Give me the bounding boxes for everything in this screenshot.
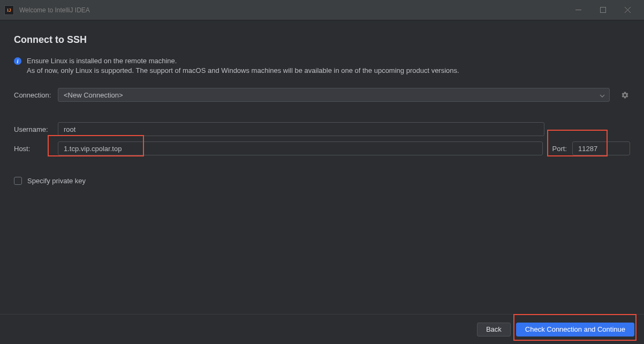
host-label: Host: [14, 145, 52, 153]
specify-private-key-checkbox[interactable] [14, 177, 22, 185]
username-label: Username: [14, 125, 52, 133]
connection-select[interactable]: <New Connection> [58, 88, 610, 102]
check-connection-button[interactable]: Check Connection and Continue [516, 323, 634, 336]
port-label: Port: [548, 145, 567, 153]
username-row: Username: [14, 122, 630, 136]
minimize-button[interactable] [566, 0, 590, 20]
port-input[interactable] [572, 141, 630, 155]
titlebar: IJ Welcome to IntelliJ IDEA [0, 0, 644, 20]
info-banner: i Ensure Linux is installed on the remot… [14, 56, 630, 75]
connection-settings-button[interactable] [619, 89, 630, 100]
info-text: Ensure Linux is installed on the remote … [27, 56, 459, 75]
window-controls [566, 0, 640, 20]
maximize-button[interactable] [590, 0, 615, 20]
connection-row: Connection: <New Connection> [14, 88, 630, 102]
window-title: Welcome to IntelliJ IDEA [19, 6, 566, 14]
connection-value: <New Connection> [64, 91, 123, 99]
gear-icon [621, 91, 629, 99]
host-input[interactable] [58, 141, 543, 155]
chevron-down-icon [600, 91, 605, 99]
host-row: Host: Port: [14, 141, 630, 155]
svg-rect-1 [600, 8, 605, 13]
back-button[interactable]: Back [477, 323, 511, 336]
connection-label: Connection: [14, 91, 52, 99]
specify-private-key-label: Specify private key [27, 177, 86, 185]
app-icon: IJ [4, 5, 14, 15]
info-line-1: Ensure Linux is installed on the remote … [27, 56, 459, 66]
main-panel: Connect to SSH i Ensure Linux is install… [0, 20, 644, 314]
private-key-row: Specify private key [14, 177, 630, 185]
info-icon: i [14, 57, 21, 65]
page-title: Connect to SSH [14, 34, 630, 46]
footer: Back Check Connection and Continue [0, 314, 644, 344]
username-input[interactable] [58, 122, 544, 136]
info-line-2: As of now, only Linux is supported. The … [27, 66, 459, 76]
close-button[interactable] [615, 0, 640, 20]
